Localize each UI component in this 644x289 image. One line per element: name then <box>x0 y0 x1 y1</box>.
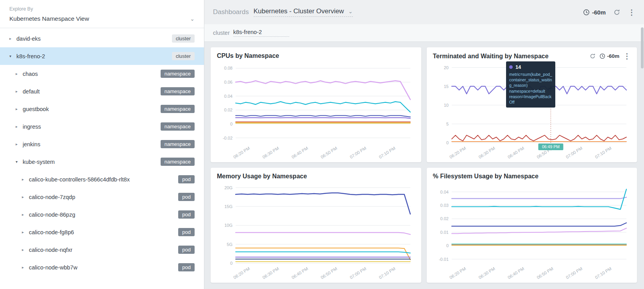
tree-row-david-eks[interactable]: ▸david-ekscluster <box>0 30 204 47</box>
tree-row-k8s-freno-2[interactable]: ▾k8s-freno-2cluster <box>0 47 204 65</box>
svg-text:10G: 10G <box>224 223 233 228</box>
dashboard-selector-value: Kubernetes - Cluster Overview <box>254 7 344 15</box>
chevron-right-icon[interactable]: ▸ <box>22 230 29 234</box>
svg-text:0.02: 0.02 <box>224 108 233 112</box>
svg-text:0: 0 <box>230 261 233 266</box>
chevron-right-icon[interactable]: ▸ <box>22 195 29 199</box>
svg-text:06:50 PM: 06:50 PM <box>320 146 338 159</box>
tree-row-calico-node-nqfxr[interactable]: ▸calico-node-nqfxrpod <box>0 241 204 258</box>
tree-row-default[interactable]: ▸defaultnamespace <box>0 83 204 100</box>
svg-text:06:30 PM: 06:30 PM <box>262 266 280 280</box>
svg-text:06:49 PM: 06:49 PM <box>542 144 559 149</box>
tree-row-calico-node-86pzg[interactable]: ▸calico-node-86pzgpod <box>0 206 204 223</box>
chevron-right-icon[interactable]: ▸ <box>22 177 29 181</box>
pod-badge: pod <box>178 246 195 254</box>
pod-badge: pod <box>178 263 195 271</box>
kebab-menu-button[interactable]: ⋮ <box>628 9 635 16</box>
svg-text:0.01: 0.01 <box>440 230 448 235</box>
tree-row-calico-kube-controllers-5866c4dfdb-rlt8x[interactable]: ▸calico-kube-controllers-5866c4dfdb-rlt8… <box>0 171 204 188</box>
svg-text:07:10 PM: 07:10 PM <box>378 146 396 159</box>
topbar-actions: -60m ⋮ <box>583 9 635 16</box>
svg-text:20: 20 <box>444 65 448 70</box>
chevron-right-icon[interactable]: ▸ <box>22 248 29 252</box>
svg-text:0: 0 <box>446 243 448 248</box>
tree-row-guestbook[interactable]: ▸guestbooknamespace <box>0 100 204 118</box>
terminated-waiting-chart[interactable]: 0510152006:20 PM06:30 PM06:40 PM06:50 PM… <box>433 60 631 159</box>
tree-row-calico-node-fg8p6[interactable]: ▸calico-node-fg8p6pod <box>0 223 204 241</box>
tree-row-kube-system[interactable]: ▾kube-systemnamespace <box>0 153 204 171</box>
chevron-right-icon[interactable]: ▸ <box>16 89 23 93</box>
tree-row-chaos[interactable]: ▸chaosnamespace <box>0 65 204 83</box>
tree-node-label: calico-node-7zqdp <box>29 194 75 200</box>
tree-row-jenkins[interactable]: ▸jenkinsnamespace <box>0 135 204 153</box>
panel-header: Memory Usage by Namespace <box>217 173 415 180</box>
panel-controls: -60m ⋮ <box>590 52 631 60</box>
svg-text:07:00 PM: 07:00 PM <box>565 266 583 280</box>
svg-text:06:40 PM: 06:40 PM <box>291 146 309 159</box>
panel-kebab-menu-button[interactable]: ⋮ <box>623 52 631 60</box>
svg-text:20G: 20G <box>224 185 233 190</box>
svg-text:06:20 PM: 06:20 PM <box>449 146 467 159</box>
svg-text:-0.02: -0.02 <box>223 136 233 140</box>
sidebar: Explore By Kubernetes Namespace View ⌄ ▸… <box>0 0 204 289</box>
svg-text:06:50 PM: 06:50 PM <box>320 266 338 280</box>
time-range-label: -60m <box>592 9 606 16</box>
chevron-right-icon[interactable]: ▸ <box>16 142 23 146</box>
tree-node-label: jenkins <box>23 141 40 147</box>
view-selector-dropdown[interactable]: Kubernetes Namespace View ⌄ <box>9 15 195 22</box>
refresh-icon <box>590 53 596 59</box>
svg-text:0.02: 0.02 <box>440 216 448 221</box>
series-dot-icon <box>509 65 513 69</box>
svg-text:06:40 PM: 06:40 PM <box>507 266 525 280</box>
chevron-right-icon[interactable]: ▸ <box>16 72 23 76</box>
svg-text:06:30 PM: 06:30 PM <box>262 146 280 159</box>
panel-title: Terminated and Waiting by Namespace <box>433 53 549 60</box>
svg-text:0: 0 <box>230 122 233 126</box>
tree-row-calico-node-wbb7w[interactable]: ▸calico-node-wbb7wpod <box>0 258 204 276</box>
tree-row-ingress[interactable]: ▸ingressnamespace <box>0 118 204 135</box>
svg-text:15G: 15G <box>224 204 233 209</box>
pod-badge: pod <box>178 193 195 201</box>
cpus-chart[interactable]: -0.0200.020.040.060.0806:20 PM06:30 PM06… <box>217 59 415 159</box>
panel-terminated-and-waiting: Terminated and Waiting by Namespace -60m… <box>427 47 637 162</box>
svg-text:07:00 PM: 07:00 PM <box>349 146 367 159</box>
svg-text:07:00 PM: 07:00 PM <box>565 146 583 159</box>
chart-canvas: -0.0100.010.020.030.0406:20 PM06:30 PM06… <box>433 180 631 280</box>
svg-text:06:30 PM: 06:30 PM <box>478 146 496 159</box>
memory-usage-chart[interactable]: 05G10G15G20G06:20 PM06:30 PM06:40 PM06:5… <box>217 180 415 280</box>
chevron-right-icon[interactable]: ▸ <box>22 265 29 269</box>
tree-row-calico-node-7zqdp[interactable]: ▸calico-node-7zqdppod <box>0 188 204 206</box>
chevron-down-icon[interactable]: ▾ <box>16 160 23 164</box>
refresh-icon <box>614 9 620 16</box>
svg-text:0.06: 0.06 <box>224 80 233 84</box>
scope-value-selector[interactable]: k8s-freno-2 <box>233 29 289 37</box>
chevron-right-icon[interactable]: ▸ <box>16 107 23 111</box>
vertical-scrollbar[interactable] <box>641 25 644 287</box>
filesystem-usage-chart[interactable]: -0.0100.010.020.030.0406:20 PM06:30 PM06… <box>433 180 631 280</box>
pod-badge: pod <box>178 175 195 183</box>
panel-header: Terminated and Waiting by Namespace -60m… <box>433 52 631 60</box>
time-range-button[interactable]: -60m <box>583 9 606 16</box>
panel-time-range-button[interactable]: -60m <box>599 53 619 59</box>
refresh-button[interactable] <box>614 9 620 16</box>
dashboard-topbar: Dashboards Kubernetes - Cluster Overview… <box>204 0 644 24</box>
chevron-right-icon[interactable]: ▸ <box>9 36 16 41</box>
tooltip-header: 14 <box>509 64 552 70</box>
panel-title: CPUs by Namespace <box>217 52 279 59</box>
namespace-badge: namespace <box>161 105 195 113</box>
panel-header: CPUs by Namespace <box>217 52 415 59</box>
chevron-down-icon[interactable]: ▾ <box>9 54 16 58</box>
namespace-badge: namespace <box>161 122 195 131</box>
tooltip-value: 14 <box>515 64 521 70</box>
svg-text:07:10 PM: 07:10 PM <box>378 266 396 280</box>
svg-text:5: 5 <box>446 122 448 126</box>
panel-refresh-button[interactable] <box>590 53 596 59</box>
chevron-right-icon[interactable]: ▸ <box>22 212 29 217</box>
svg-text:06:40 PM: 06:40 PM <box>507 146 525 159</box>
svg-text:07:00 PM: 07:00 PM <box>349 266 367 280</box>
panel-title: Memory Usage by Namespace <box>217 173 307 180</box>
scrollbar-thumb[interactable] <box>641 27 644 68</box>
dashboard-selector[interactable]: Kubernetes - Cluster Overview ⌄ <box>254 7 353 17</box>
svg-text:0: 0 <box>446 140 448 145</box>
chevron-right-icon[interactable]: ▸ <box>16 124 23 129</box>
